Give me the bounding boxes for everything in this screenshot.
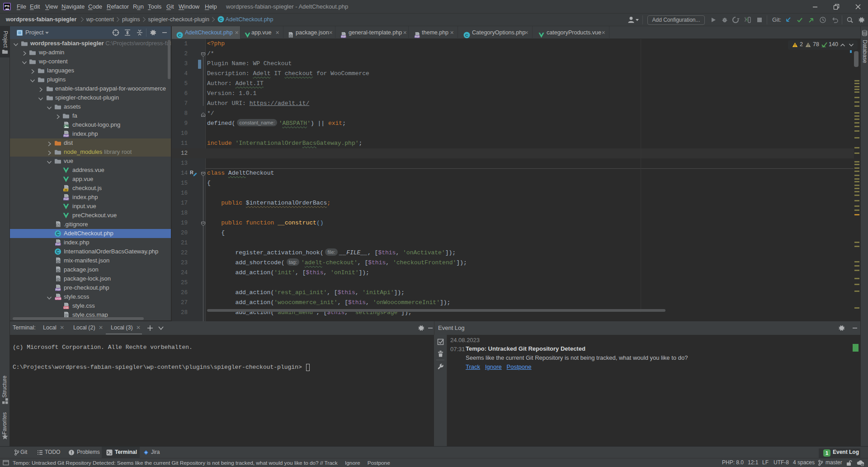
svg-text:C: C bbox=[465, 33, 468, 38]
svg-text:CSS: CSS bbox=[64, 306, 69, 309]
svg-text:C: C bbox=[178, 33, 181, 38]
svg-text:JS: JS bbox=[64, 189, 67, 191]
svg-text:C: C bbox=[56, 231, 59, 236]
svg-text:PHP: PHP bbox=[415, 35, 420, 38]
svg-text:PHP: PHP bbox=[56, 243, 61, 246]
svg-text:C: C bbox=[56, 249, 59, 254]
svg-text:PHP: PHP bbox=[64, 198, 69, 200]
svg-text:PHP: PHP bbox=[56, 288, 61, 291]
svg-text:C: C bbox=[219, 17, 222, 22]
svg-text:PHP: PHP bbox=[64, 134, 69, 137]
svg-text:PHP: PHP bbox=[341, 35, 346, 38]
svg-text:SASS: SASS bbox=[55, 297, 61, 300]
